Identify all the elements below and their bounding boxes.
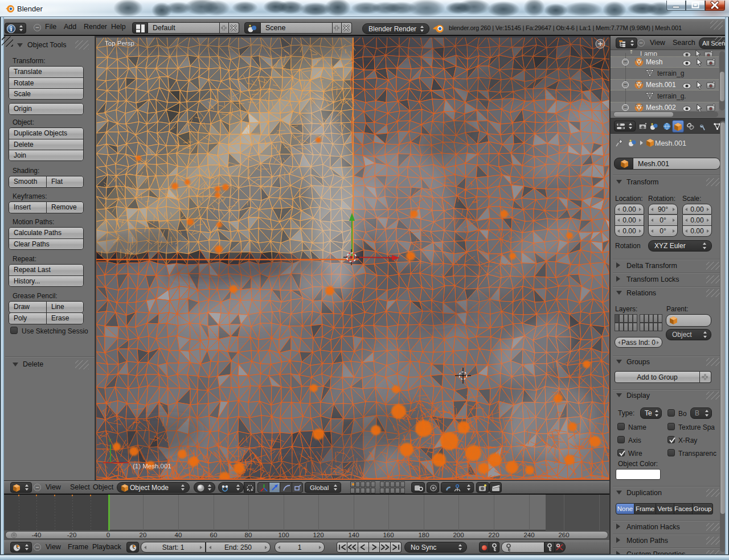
svg-text:Top Persp: Top Persp: [105, 40, 134, 47]
svg-text:(1) Mesh.001: (1) Mesh.001: [133, 463, 171, 470]
svg-text:Y: Y: [108, 438, 112, 443]
